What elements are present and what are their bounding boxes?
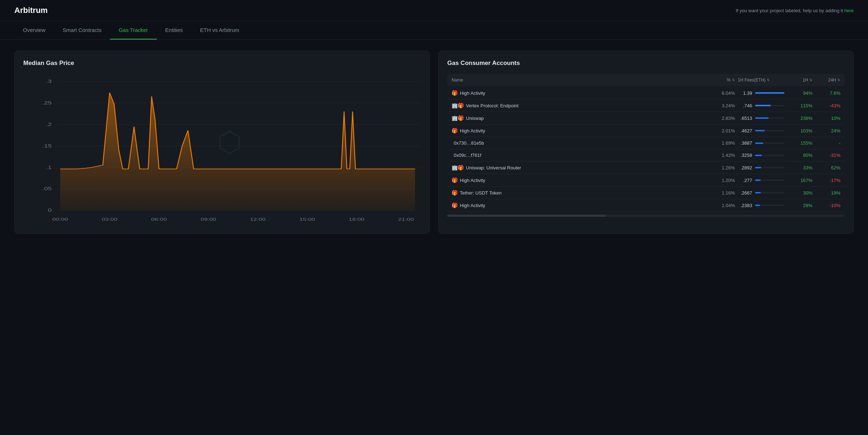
row-name-3: 🎁 High Activity xyxy=(452,128,700,134)
row-name-6: 🏢🎁 Uniswap: Universal Router xyxy=(452,165,700,170)
sort-1h-icon: ⇅ xyxy=(810,78,812,82)
col-pct[interactable]: % ⇅ xyxy=(703,78,735,83)
row-name-9: 🎁 High Activity xyxy=(452,202,700,208)
header-link[interactable]: here xyxy=(844,8,854,13)
gas-price-panel: Median Gas Price ⬡ .3 .25 .2 .15 .1 .05 … xyxy=(14,51,430,234)
row-fees-6: .2892 xyxy=(738,165,784,170)
row-24h-3: 24% xyxy=(815,128,840,134)
nav-eth-vs-arbitrum[interactable]: ETH vs Arbitrum xyxy=(192,21,248,39)
row-name-0: 🎁 High Activity xyxy=(452,90,700,96)
nav-entities[interactable]: Entities xyxy=(157,21,192,39)
row-icon-3: 🎁 xyxy=(452,128,458,134)
row-24h-5: -31% xyxy=(815,153,840,158)
svg-text:15:00: 15:00 xyxy=(299,217,315,222)
row-name-7: 🎁 High Activity xyxy=(452,177,700,183)
svg-text:.25: .25 xyxy=(42,100,52,105)
row-name-1: 🏢🎁 Vertex Protocol: Endpoint xyxy=(452,103,700,108)
sort-24h-icon: ⇅ xyxy=(838,78,840,82)
row-pct-6: 1.26% xyxy=(703,165,735,170)
row-pct-1: 3.24% xyxy=(703,103,735,108)
row-24h-4: - xyxy=(815,140,840,146)
row-1h-7: 167% xyxy=(787,178,812,183)
table-row[interactable]: 0x09c…f761f 1.42% .3258 80% -31% xyxy=(447,149,845,162)
gas-price-title: Median Gas Price xyxy=(23,60,421,67)
row-1h-3: 103% xyxy=(787,128,812,134)
row-1h-5: 80% xyxy=(787,153,812,158)
nav-gas-tracker[interactable]: Gas Tracker xyxy=(110,21,157,39)
row-icon-8: 🎁 xyxy=(452,190,458,196)
row-icon-2: 🏢🎁 xyxy=(452,115,464,121)
row-icon-9: 🎁 xyxy=(452,202,458,208)
header: Arbitrum If you want your project labele… xyxy=(0,0,868,21)
nav-overview[interactable]: Overview xyxy=(14,21,54,39)
svg-text:0: 0 xyxy=(48,208,52,213)
row-fees-1: .746 xyxy=(738,103,784,108)
svg-text:21:00: 21:00 xyxy=(398,217,414,222)
row-pct-5: 1.42% xyxy=(703,153,735,158)
row-24h-9: -10% xyxy=(815,203,840,208)
svg-text:03:00: 03:00 xyxy=(102,217,118,222)
table-header: Name % ⇅ 1H Fees(ETH) ⇅ 1H ⇅ 24H ⇅ xyxy=(447,74,845,86)
table-rows: 🎁 High Activity 6.04% 1.39 94% 7.6% 🏢🎁 V… xyxy=(447,87,845,212)
row-fees-0: 1.39 xyxy=(738,90,784,96)
row-name-4: 0x730…81e5b xyxy=(452,140,700,146)
col-1h[interactable]: 1H ⇅ xyxy=(787,78,812,83)
table-scroll-thumb xyxy=(447,215,606,217)
col-fees[interactable]: 1H Fees(ETH) ⇅ xyxy=(738,78,784,83)
main-nav: Overview Smart Contracts Gas Tracker Ent… xyxy=(0,21,868,40)
row-icon-7: 🎁 xyxy=(452,177,458,183)
gas-price-chart: ⬡ .3 .25 .2 .15 .1 .05 0 00:00 xyxy=(23,74,421,225)
col-24h[interactable]: 24H ⇅ xyxy=(815,78,840,83)
row-pct-2: 2.83% xyxy=(703,116,735,121)
row-1h-2: 238% xyxy=(787,116,812,121)
header-notice: If you want your project labeled, help u… xyxy=(736,8,854,13)
gas-consumer-panel: Gas Consumer Accounts Name % ⇅ 1H Fees(E… xyxy=(438,51,854,234)
row-1h-6: 33% xyxy=(787,165,812,170)
table-row[interactable]: 🎁 High Activity 6.04% 1.39 94% 7.6% xyxy=(447,87,845,99)
row-fees-5: .3258 xyxy=(738,153,784,158)
row-name-2: 🏢🎁 Uniswap xyxy=(452,115,700,121)
row-pct-3: 2.01% xyxy=(703,128,735,134)
table-row[interactable]: 🏢🎁 Vertex Protocol: Endpoint 3.24% .746 … xyxy=(447,99,845,112)
table-scrollbar[interactable] xyxy=(447,215,845,217)
nav-smart-contracts[interactable]: Smart Contracts xyxy=(54,21,110,39)
chart-svg: .3 .25 .2 .15 .1 .05 0 00:00 03:00 06:00… xyxy=(23,74,421,225)
row-pct-7: 1.20% xyxy=(703,178,735,183)
table-row[interactable]: 🎁 High Activity 1.04% .2383 28% -10% xyxy=(447,199,845,212)
row-24h-8: 19% xyxy=(815,190,840,196)
col-name: Name xyxy=(452,78,700,83)
row-icon-0: 🎁 xyxy=(452,90,458,96)
svg-text:.1: .1 xyxy=(46,165,52,170)
app-title: Arbitrum xyxy=(14,6,48,15)
row-1h-4: 155% xyxy=(787,140,812,146)
row-pct-9: 1.04% xyxy=(703,203,735,208)
row-fees-4: .3887 xyxy=(738,140,784,146)
table-row[interactable]: 🏢🎁 Uniswap 2.83% .6513 238% 10% xyxy=(447,112,845,125)
row-fees-7: .277 xyxy=(738,178,784,183)
row-1h-8: 30% xyxy=(787,190,812,196)
row-24h-7: -17% xyxy=(815,178,840,183)
svg-text:.15: .15 xyxy=(42,143,52,148)
table-row[interactable]: 🎁 High Activity 2.01% .4627 103% 24% xyxy=(447,125,845,137)
gas-consumer-title: Gas Consumer Accounts xyxy=(447,60,845,67)
table-row[interactable]: 0x730…81e5b 1.69% .3887 155% - xyxy=(447,137,845,149)
row-name-8: 🎁 Tether: USDT Token xyxy=(452,190,700,196)
table-row[interactable]: 🎁 High Activity 1.20% .277 167% -17% xyxy=(447,174,845,187)
row-pct-0: 6.04% xyxy=(703,90,735,96)
svg-text:18:00: 18:00 xyxy=(349,217,364,222)
table-row[interactable]: 🏢🎁 Uniswap: Universal Router 1.26% .2892… xyxy=(447,162,845,174)
row-24h-2: 10% xyxy=(815,116,840,121)
table-row[interactable]: 🎁 Tether: USDT Token 1.16% .2667 30% 19% xyxy=(447,187,845,199)
row-fees-2: .6513 xyxy=(738,116,784,121)
svg-text:.2: .2 xyxy=(46,122,52,127)
row-pct-8: 1.16% xyxy=(703,190,735,196)
gas-consumer-table: Name % ⇅ 1H Fees(ETH) ⇅ 1H ⇅ 24H ⇅ xyxy=(447,74,845,217)
row-1h-0: 94% xyxy=(787,90,812,96)
row-icon-6: 🏢🎁 xyxy=(452,165,464,170)
svg-text:12:00: 12:00 xyxy=(250,217,266,222)
row-1h-1: 115% xyxy=(787,103,812,108)
row-24h-0: 7.6% xyxy=(815,90,840,96)
row-icon-1: 🏢🎁 xyxy=(452,103,464,108)
main-content: Median Gas Price ⬡ .3 .25 .2 .15 .1 .05 … xyxy=(0,40,868,244)
row-24h-6: 62% xyxy=(815,165,840,170)
